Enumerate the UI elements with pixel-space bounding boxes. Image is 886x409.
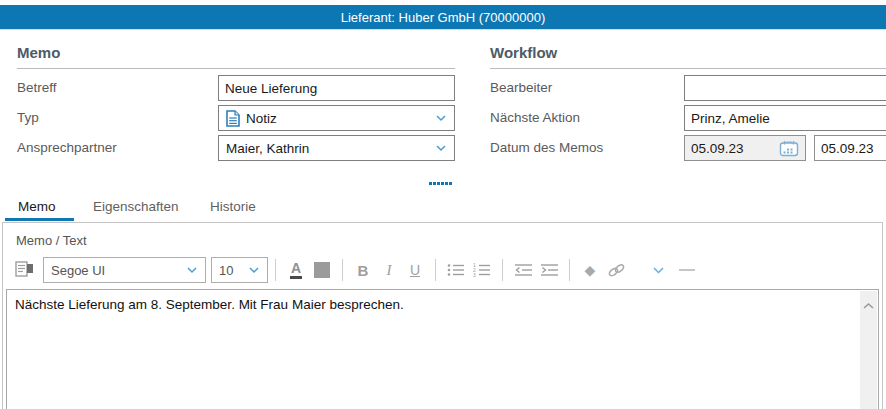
- tab-historie[interactable]: Historie: [210, 196, 256, 218]
- chevron-down-icon: [186, 266, 198, 274]
- insert-link-button[interactable]: [606, 258, 626, 282]
- workflow-section-heading: Workflow: [490, 44, 886, 69]
- scroll-up-icon[interactable]: [862, 296, 875, 409]
- typ-value: Notiz: [246, 111, 277, 126]
- indent-button[interactable]: [539, 258, 559, 282]
- tab-memo[interactable]: Memo: [18, 196, 56, 218]
- bearbeiter-input[interactable]: [684, 75, 886, 101]
- typ-label: Typ: [17, 105, 39, 131]
- svg-text:3: 3: [473, 272, 476, 277]
- active-tab-indicator: [5, 218, 74, 221]
- font-size-select[interactable]: 10: [211, 257, 268, 283]
- window-title: Lieferant: Huber GmbH (70000000): [341, 10, 546, 25]
- memo-date-input[interactable]: 05.09.23: [684, 135, 806, 161]
- bullet-list-button[interactable]: [446, 258, 466, 282]
- chevron-down-icon: [435, 114, 447, 122]
- collapse-toolbar-handle[interactable]: [679, 269, 695, 271]
- tab-eigenschaften[interactable]: Eigenschaften: [93, 196, 179, 218]
- editor-toolbar: Segoe UI 10 A B I U: [3, 252, 882, 288]
- font-family-select[interactable]: Segoe UI: [43, 257, 206, 283]
- memo-section-heading: Memo: [17, 44, 455, 69]
- calendar-icon[interactable]: [779, 140, 799, 157]
- toolbar-separator: [342, 259, 343, 281]
- betreff-label: Betreff: [17, 75, 57, 101]
- memo-date-value: 05.09.23: [691, 141, 744, 156]
- toolbar-separator: [275, 259, 276, 281]
- ansprechpartner-select[interactable]: Maier, Kathrin: [218, 135, 455, 161]
- vertical-scrollbar[interactable]: [860, 291, 877, 409]
- naechste-aktion-input[interactable]: [684, 105, 886, 131]
- memo-date-secondary-value: 05.09.23: [821, 141, 874, 156]
- naechste-aktion-label: Nächste Aktion: [490, 105, 580, 131]
- typ-select[interactable]: Notiz: [218, 105, 455, 131]
- highlight-color-swatch-icon: [314, 262, 330, 278]
- memo-tab-panel: Memo / Text Segoe UI 10 A: [2, 222, 883, 409]
- betreff-input[interactable]: [218, 75, 455, 101]
- text-module-button[interactable]: [14, 258, 34, 282]
- ansprechpartner-label: Ansprechpartner: [17, 135, 117, 161]
- more-options-button[interactable]: [648, 258, 668, 282]
- memo-text-label: Memo / Text: [16, 233, 87, 248]
- splitter-handle[interactable]: [429, 182, 452, 185]
- ansprechpartner-value: Maier, Kathrin: [226, 141, 309, 156]
- toolbar-separator: [435, 259, 436, 281]
- memo-date-secondary-input[interactable]: 05.09.23: [814, 135, 886, 161]
- window-title-bar: Lieferant: Huber GmbH (70000000): [0, 5, 886, 30]
- italic-button[interactable]: I: [379, 258, 399, 282]
- font-size-value: 10: [219, 263, 233, 278]
- memo-text[interactable]: Nächste Lieferung am 8. September. Mit F…: [7, 290, 860, 409]
- chevron-down-icon: [248, 266, 260, 274]
- note-document-icon: [226, 110, 240, 127]
- symbol-button[interactable]: ◆: [580, 258, 600, 282]
- bold-button[interactable]: B: [353, 258, 373, 282]
- chevron-down-icon: [435, 144, 447, 152]
- memo-textarea[interactable]: Nächste Lieferung am 8. September. Mit F…: [6, 289, 879, 409]
- toolbar-separator: [569, 259, 570, 281]
- bearbeiter-label: Bearbeiter: [490, 75, 552, 101]
- underline-button[interactable]: U: [405, 258, 425, 282]
- datum-des-memos-label: Datum des Memos: [490, 135, 603, 161]
- font-family-value: Segoe UI: [51, 263, 105, 278]
- font-color-button[interactable]: A: [286, 258, 306, 282]
- numbered-list-button[interactable]: 123: [472, 258, 492, 282]
- font-color-glyph: A: [290, 261, 302, 279]
- outdent-button[interactable]: [513, 258, 533, 282]
- toolbar-separator: [502, 259, 503, 281]
- highlight-color-button[interactable]: [312, 258, 332, 282]
